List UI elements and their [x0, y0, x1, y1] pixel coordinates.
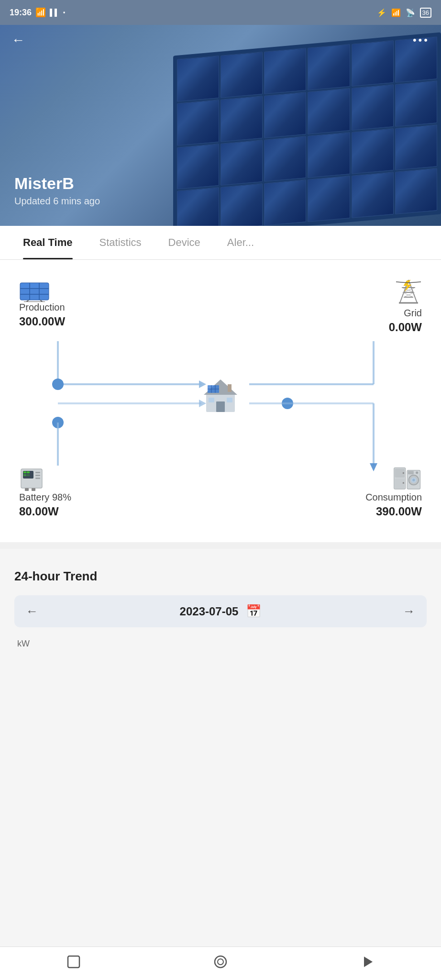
svg-marker-72 [364, 957, 373, 967]
svg-point-5 [52, 379, 64, 390]
panel-cell [220, 96, 263, 142]
date-navigator[interactable]: ← 2023-07-05 📅 → [14, 595, 427, 627]
svg-point-68 [416, 471, 418, 474]
panel-cell [264, 136, 306, 182]
svg-rect-54 [35, 475, 40, 476]
panel-cell [308, 176, 350, 222]
tab-alerts[interactable]: Aler... [214, 226, 267, 259]
svg-rect-53 [35, 472, 40, 473]
square-nav-icon [66, 954, 82, 970]
bottom-spacer [0, 658, 441, 697]
status-left: 19:36 📶 ▌▌ • [10, 7, 65, 18]
chart-area: kW [14, 639, 427, 649]
header-text: MisterB Updated 6 mins ago [14, 174, 100, 207]
svg-point-62 [403, 482, 404, 483]
panel-cell [308, 132, 350, 178]
bottom-nav-bar [0, 947, 441, 980]
panel-cell [395, 168, 437, 214]
svg-line-33 [404, 292, 414, 297]
header-image: ← ••• MisterB Updated 6 mins ago [0, 25, 441, 226]
panel-cell [395, 124, 437, 170]
panel-cell [352, 84, 394, 130]
panel-cell [177, 144, 219, 189]
svg-line-26 [408, 280, 417, 303]
svg-rect-67 [408, 471, 414, 474]
panel-grid [173, 33, 441, 226]
panel-cell [395, 80, 437, 126]
more-button[interactable]: ••• [413, 34, 430, 46]
wifi-icon: 📡 [406, 8, 415, 17]
consumption-icon [393, 463, 422, 492]
nav-home-button[interactable] [208, 949, 233, 978]
house-node [199, 376, 242, 422]
svg-rect-50 [27, 471, 30, 473]
section-divider [0, 542, 441, 549]
last-updated: Updated 6 mins ago [14, 196, 100, 207]
status-bar: 19:36 📶 ▌▌ • ⚡ 📶 📡 36 [0, 0, 441, 25]
panel-cell [220, 52, 263, 98]
panel-cell [308, 88, 350, 134]
tab-realtime[interactable]: Real Time [10, 226, 86, 259]
panel-cell [264, 179, 306, 225]
y-axis-label: kW [17, 639, 30, 648]
triangle-nav-icon [359, 954, 375, 970]
bluetooth-icon: ⚡ [377, 8, 386, 17]
trend-section: 24-hour Trend ← 2023-07-05 📅 → kW [0, 555, 441, 658]
date-next-button[interactable]: → [403, 604, 415, 619]
battery-value: 80.00W [19, 505, 59, 518]
panel-cell [177, 100, 219, 145]
svg-rect-52 [27, 474, 30, 476]
svg-point-61 [403, 472, 404, 474]
battery-indicator: 36 [420, 8, 431, 18]
carrier-icon: 📶 [35, 7, 46, 18]
signal-icon: 📶 [391, 8, 401, 17]
svg-line-36 [408, 282, 421, 283]
nav-recent-button[interactable] [354, 949, 380, 978]
production-value: 300.00W [19, 315, 65, 328]
panel-cell [220, 140, 263, 186]
panel-cell [352, 128, 394, 174]
svg-rect-49 [23, 471, 26, 473]
solar-panel-background [173, 44, 441, 226]
svg-point-9 [282, 398, 293, 409]
svg-point-70 [215, 956, 226, 968]
svg-rect-21 [31, 284, 38, 288]
panel-cell [220, 183, 263, 226]
signal-bars: ▌▌ [50, 9, 59, 16]
energy-flow-diagram: Production 300.00W [14, 274, 427, 523]
back-button[interactable]: ← [11, 33, 25, 48]
tab-device[interactable]: Device [155, 226, 214, 259]
svg-rect-20 [21, 284, 29, 288]
consumption-node: Consumption 390.00W [365, 463, 422, 518]
tab-statistics[interactable]: Statistics [86, 226, 155, 259]
svg-point-66 [412, 479, 415, 481]
battery-node: Battery 98% 80.00W [19, 465, 71, 518]
solar-panel-icon [19, 279, 50, 302]
nav-back-button[interactable] [61, 949, 87, 978]
svg-point-6 [52, 417, 64, 428]
current-date: 2023-07-05 [180, 605, 239, 618]
svg-rect-69 [68, 956, 79, 968]
panel-cell [177, 187, 219, 226]
grid-value: 0.00W [389, 321, 422, 334]
panel-cell [264, 92, 306, 138]
consumption-value: 390.00W [376, 505, 422, 518]
svg-point-71 [218, 959, 223, 965]
trend-title: 24-hour Trend [14, 569, 427, 584]
date-prev-button[interactable]: ← [26, 604, 38, 619]
calendar-icon[interactable]: 📅 [246, 604, 261, 619]
production-label: Production [19, 302, 65, 313]
svg-rect-56 [25, 488, 29, 491]
circle-nav-icon [212, 954, 229, 970]
tab-bar: Real Time Statistics Device Aler... [0, 226, 441, 260]
svg-line-32 [403, 292, 413, 297]
battery-label: Battery 98% [19, 492, 71, 503]
svg-rect-55 [35, 478, 40, 479]
svg-rect-57 [32, 488, 35, 491]
header-nav: ← ••• [0, 25, 441, 56]
dot-indicator: • [63, 9, 65, 16]
status-right: ⚡ 📶 📡 36 [377, 8, 431, 18]
svg-rect-51 [23, 474, 26, 476]
panel-cell [177, 56, 219, 101]
consumption-label: Consumption [365, 492, 422, 503]
